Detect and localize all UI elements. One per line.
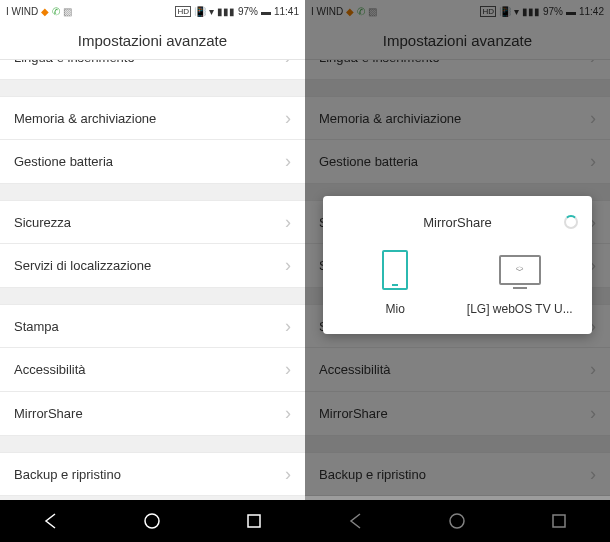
nav-bar: [0, 500, 305, 542]
chevron-right-icon: ›: [285, 60, 291, 68]
row-location[interactable]: Servizi di localizzazione›: [0, 244, 305, 288]
screen-right: I WIND ◆ ✆ ▧ HD 📳 ▾ ▮▮▮ 97% ▬ 11:42 Impo…: [305, 0, 610, 542]
nav-back-button[interactable]: [21, 500, 81, 542]
battery-icon: ▬: [261, 6, 271, 17]
settings-list: Lingua e inserimento› Memoria & archivia…: [0, 60, 305, 500]
call-icon: ✆: [52, 6, 60, 17]
carrier-label: I WIND: [6, 6, 38, 17]
chevron-right-icon: ›: [285, 255, 291, 276]
page-title: Impostazioni avanzate: [0, 22, 305, 60]
chevron-right-icon: ›: [285, 108, 291, 129]
chevron-right-icon: ›: [285, 359, 291, 380]
wifi-icon: ⌔: [516, 263, 523, 277]
chevron-right-icon: ›: [285, 464, 291, 485]
chevron-right-icon: ›: [285, 316, 291, 337]
row-accessibility[interactable]: Accessibilità›: [0, 348, 305, 392]
whatsapp-icon: ◆: [41, 6, 49, 17]
cloud-icon: ▧: [63, 6, 72, 17]
status-bar: I WIND ◆ ✆ ▧ HD 📳 ▾ ▮▮▮ 97% ▬ 11:41: [0, 0, 305, 22]
svg-rect-1: [248, 515, 260, 527]
volte-icon: HD: [175, 6, 191, 17]
wifi-icon: ▾: [209, 6, 214, 17]
device-lg-tv[interactable]: ⌔ [LG] webOS TV U...: [465, 248, 575, 316]
device-own[interactable]: Mio: [340, 248, 450, 316]
tv-icon: ⌔: [499, 255, 541, 285]
device-own-label: Mio: [340, 302, 450, 316]
row-mirrorshare[interactable]: MirrorShare›: [0, 392, 305, 436]
device-lg-tv-label: [LG] webOS TV U...: [465, 302, 575, 316]
clock: 11:41: [274, 6, 299, 17]
row-storage[interactable]: Memoria & archiviazione›: [0, 96, 305, 140]
screen-left: I WIND ◆ ✆ ▧ HD 📳 ▾ ▮▮▮ 97% ▬ 11:41 Impo…: [0, 0, 305, 542]
vibrate-icon: 📳: [194, 6, 206, 17]
chevron-right-icon: ›: [285, 151, 291, 172]
dialog-title: MirrorShare: [423, 215, 492, 230]
row-battery[interactable]: Gestione batteria›: [0, 140, 305, 184]
chevron-right-icon: ›: [285, 212, 291, 233]
nav-home-button[interactable]: [122, 500, 182, 542]
nav-recent-button[interactable]: [224, 500, 284, 542]
row-security[interactable]: Sicurezza›: [0, 200, 305, 244]
signal-icon: ▮▮▮: [217, 6, 235, 17]
row-print[interactable]: Stampa›: [0, 304, 305, 348]
svg-point-0: [145, 514, 159, 528]
row-language[interactable]: Lingua e inserimento›: [0, 60, 305, 80]
chevron-right-icon: ›: [285, 403, 291, 424]
phone-icon: [382, 250, 408, 290]
row-backup[interactable]: Backup e ripristino›: [0, 452, 305, 496]
loading-spinner-icon: [564, 215, 578, 229]
battery-pct: 97%: [238, 6, 258, 17]
mirrorshare-dialog: MirrorShare Mio ⌔ [LG] webOS TV U...: [323, 196, 592, 334]
